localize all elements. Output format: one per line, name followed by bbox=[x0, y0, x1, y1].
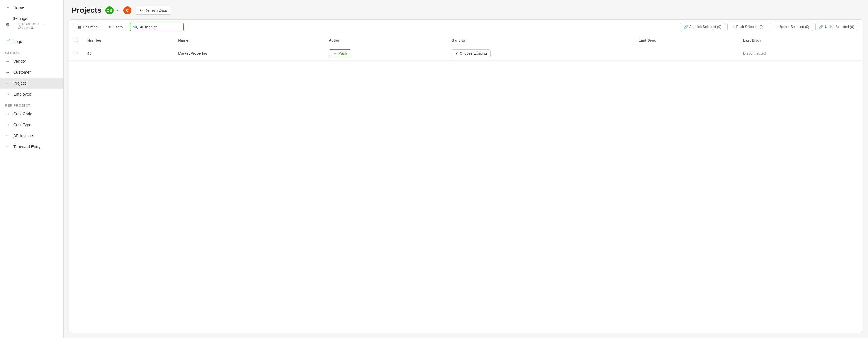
table-row: 46 Market Properties → Push ∨ Choose Exi… bbox=[69, 46, 863, 61]
disconnected-status: Disconnected bbox=[743, 51, 766, 56]
timecard-entry-arrow-icon: ← bbox=[5, 144, 10, 149]
row-sync-to: ∨ Choose Existing bbox=[447, 46, 634, 61]
cost-code-arrow-icon: → bbox=[5, 111, 10, 116]
page-title: Projects bbox=[72, 6, 101, 15]
sidebar-item-cost-type[interactable]: → Cost Type bbox=[0, 119, 63, 130]
unlink-selected-label: Unlink Selected (0) bbox=[825, 25, 854, 29]
row-checkbox[interactable] bbox=[74, 51, 78, 55]
toolbar-right: 🔗 Autolink Selected (0) → Push Selected … bbox=[680, 23, 858, 31]
autolink-selected-button[interactable]: 🔗 Autolink Selected (0) bbox=[680, 23, 725, 31]
refresh-button[interactable]: ↻ Refresh Data bbox=[135, 6, 172, 15]
refresh-icon: ↻ bbox=[140, 8, 143, 12]
employee-arrow-icon: → bbox=[5, 92, 10, 97]
header-arrow-icon: ← bbox=[116, 7, 121, 13]
push-arrow-icon: → bbox=[333, 51, 337, 56]
choose-existing-label: Choose Existing bbox=[460, 51, 487, 56]
sidebar-item-home[interactable]: ⌂ Home bbox=[0, 2, 63, 13]
sidebar-home-label: Home bbox=[13, 5, 24, 10]
filters-button[interactable]: ≡ Filters bbox=[104, 23, 126, 31]
filters-icon: ≡ bbox=[108, 25, 111, 29]
ar-invoice-arrow-icon: ← bbox=[5, 133, 10, 139]
sidebar-item-project[interactable]: ← Project bbox=[0, 78, 63, 89]
link-icon: 🔗 bbox=[684, 25, 688, 29]
search-input[interactable] bbox=[140, 25, 180, 29]
sidebar-vendor-label: Vendor bbox=[13, 59, 26, 64]
columns-icon: ▦ bbox=[78, 25, 81, 29]
row-name: Market Properties bbox=[174, 46, 324, 61]
update-selected-label: Update Selected (0) bbox=[778, 25, 809, 29]
columns-label: Columns bbox=[83, 25, 97, 29]
main-content: Projects QB ← C ↻ Refresh Data ▦ Columns… bbox=[64, 0, 868, 338]
sidebar-item-ar-invoice[interactable]: ← AR Invoice bbox=[0, 130, 63, 141]
sidebar-project-label: Project bbox=[13, 81, 26, 86]
push-selected-icon: → bbox=[731, 25, 735, 29]
sidebar-ar-invoice-label: AR Invoice bbox=[13, 133, 33, 138]
push-selected-label: Push Selected (0) bbox=[736, 25, 764, 29]
update-selected-button[interactable]: → Update Selected (0) bbox=[770, 23, 813, 31]
sidebar-item-vendor[interactable]: ← Vendor bbox=[0, 56, 63, 67]
quickbooks-icon: QB bbox=[105, 6, 114, 14]
page-header: Projects QB ← C ↻ Refresh Data bbox=[64, 0, 868, 19]
unlink-selected-button[interactable]: 🔗 Unlink Selected (0) bbox=[815, 23, 858, 31]
choose-existing-button[interactable]: ∨ Choose Existing bbox=[452, 50, 491, 57]
sidebar-cost-code-label: Cost Code bbox=[13, 112, 32, 116]
autolink-label: Autolink Selected (0) bbox=[689, 25, 721, 29]
projects-table: Number Name Action Sync to Last Sync Las… bbox=[69, 34, 863, 61]
push-button[interactable]: → Push bbox=[329, 50, 351, 57]
settings-icon: ⚙ bbox=[5, 22, 10, 27]
select-all-checkbox[interactable] bbox=[74, 37, 78, 42]
sidebar-per-project-section: PER PROJECT bbox=[0, 100, 63, 108]
cost-type-arrow-icon: → bbox=[5, 122, 10, 127]
project-arrow-icon: ← bbox=[5, 81, 10, 86]
sidebar-item-customer[interactable]: → Customer bbox=[0, 67, 63, 78]
table-header-row: Number Name Action Sync to Last Sync Las… bbox=[69, 34, 863, 46]
sidebar-settings-label: Settings bbox=[13, 16, 58, 21]
vendor-arrow-icon: ← bbox=[5, 59, 10, 64]
sidebar-item-timecard-entry[interactable]: ← Timecard Entry bbox=[0, 141, 63, 152]
chevron-down-icon: ∨ bbox=[455, 51, 458, 56]
col-name: Name bbox=[174, 34, 324, 46]
sidebar: ⌂ Home ⚙ Settings QBD<>Procore - 4/30/20… bbox=[0, 0, 64, 338]
col-last-sync: Last Sync bbox=[634, 34, 739, 46]
sidebar-employee-label: Employee bbox=[13, 92, 31, 96]
customer-arrow-icon: → bbox=[5, 70, 10, 75]
columns-button[interactable]: ▦ Columns bbox=[74, 23, 101, 31]
sidebar-cost-type-label: Cost Type bbox=[13, 122, 31, 127]
sidebar-item-cost-code[interactable]: → Cost Code bbox=[0, 108, 63, 119]
search-wrapper: 🔍 bbox=[130, 23, 184, 31]
sidebar-global-section: GLOBAL bbox=[0, 47, 63, 56]
unlink-selected-icon: 🔗 bbox=[819, 25, 824, 29]
header-checkbox-cell bbox=[69, 34, 83, 46]
col-sync-to: Sync to bbox=[447, 34, 634, 46]
sidebar-logs-label: Logs bbox=[13, 39, 22, 44]
col-action: Action bbox=[324, 34, 447, 46]
row-action: → Push bbox=[324, 46, 447, 61]
push-label: Push bbox=[338, 51, 347, 56]
home-icon: ⌂ bbox=[5, 5, 10, 10]
row-checkbox-cell bbox=[69, 46, 83, 61]
sidebar-timecard-entry-label: Timecard Entry bbox=[13, 145, 40, 149]
search-icon: 🔍 bbox=[133, 25, 138, 29]
procore-icon: C bbox=[123, 6, 131, 14]
logs-icon: 📄 bbox=[5, 39, 10, 44]
col-last-error: Last Error bbox=[739, 34, 863, 46]
row-number: 46 bbox=[83, 46, 174, 61]
filters-label: Filters bbox=[113, 25, 123, 29]
sidebar-item-employee[interactable]: → Employee bbox=[0, 89, 63, 100]
sidebar-item-settings[interactable]: ⚙ Settings QBD<>Procore - 4/30/2024 bbox=[0, 13, 63, 36]
table-toolbar: ▦ Columns ≡ Filters 🔍 🔗 Autolink Selecte… bbox=[69, 20, 863, 34]
update-selected-icon: → bbox=[774, 25, 777, 29]
push-selected-button[interactable]: → Push Selected (0) bbox=[727, 23, 767, 31]
table-container: ▦ Columns ≡ Filters 🔍 🔗 Autolink Selecte… bbox=[69, 19, 863, 333]
sidebar-customer-label: Customer bbox=[13, 70, 31, 74]
sidebar-item-logs[interactable]: 📄 Logs bbox=[0, 36, 63, 47]
col-number: Number bbox=[83, 34, 174, 46]
row-last-sync bbox=[634, 46, 739, 61]
header-icons: QB ← C bbox=[105, 6, 131, 14]
sidebar-settings-sub: QBD<>Procore - 4/30/2024 bbox=[13, 21, 58, 33]
row-last-error: Disconnected bbox=[739, 46, 863, 61]
refresh-label: Refresh Data bbox=[145, 8, 167, 12]
